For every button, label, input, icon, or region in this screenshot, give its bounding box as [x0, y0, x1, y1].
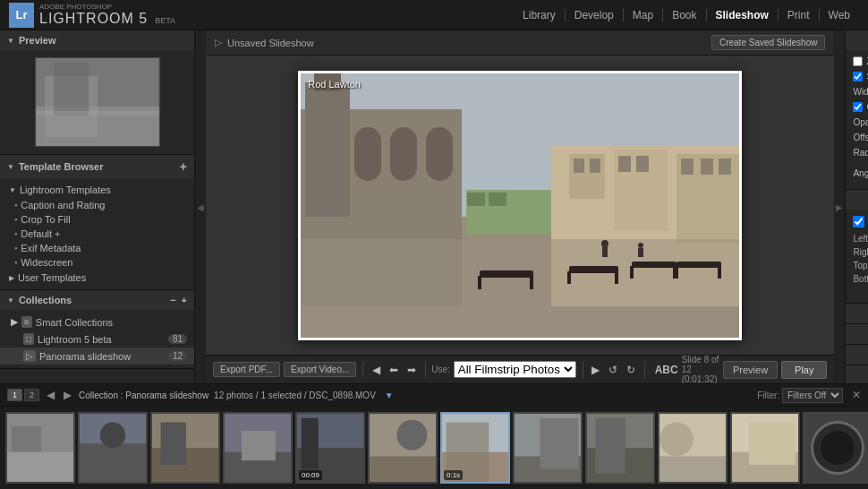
- film-thumb-10[interactable]: [658, 412, 728, 484]
- opacity-label: Opacity: [853, 117, 868, 127]
- options-header[interactable]: Options ▼: [846, 30, 868, 50]
- show-guides-label[interactable]: Show Guides: [853, 216, 868, 229]
- smart-collections-group[interactable]: ▶ ≡ Smart Collections: [0, 313, 194, 330]
- show-guides-row: Show Guides: [846, 213, 868, 232]
- stroke-border-label[interactable]: Stroke Border: [853, 72, 868, 82]
- filter-select[interactable]: Filters Off: [782, 388, 843, 403]
- template-default[interactable]: ▪ Default +: [0, 227, 194, 241]
- lr5-collection-count: 81: [168, 334, 187, 344]
- filmstrip-right-arrow[interactable]: ▶: [62, 389, 73, 401]
- cast-shadow-checkbox[interactable]: [853, 102, 863, 112]
- add-collection-btn[interactable]: +: [182, 295, 187, 305]
- template-caption-rating[interactable]: ▪ Caption and Rating: [0, 198, 194, 212]
- film-thumb-8[interactable]: [513, 412, 583, 484]
- filter-close-icon[interactable]: ✕: [852, 389, 861, 401]
- svg-rect-47: [467, 193, 485, 206]
- film-thumb-9[interactable]: [585, 412, 655, 484]
- slideshow-header: ▷ Unsaved Slideshow Create Saved Slidesh…: [206, 30, 834, 56]
- titles-header[interactable]: Titles ▶: [846, 345, 868, 365]
- stroke-width-row: Width 1 px: [846, 84, 868, 99]
- collections-header[interactable]: ▼ Collections − +: [0, 290, 194, 310]
- filmstrip-left-arrow[interactable]: ◀: [45, 389, 56, 401]
- nav-develop[interactable]: Develop: [566, 9, 624, 21]
- top-bar: Lr ADOBE PHOTOSHOP LIGHTROOM 5 BETA Libr…: [0, 0, 868, 30]
- filmstrip-page-1[interactable]: 1: [7, 389, 22, 401]
- play-icon[interactable]: ▶: [589, 362, 602, 378]
- nav-map[interactable]: Map: [624, 9, 663, 21]
- lr-templates-group[interactable]: ▼ Lightroom Templates: [0, 182, 194, 198]
- options-content: Zoom to Fill Frame Stroke Border Width 1: [846, 50, 868, 189]
- export-pdf-btn[interactable]: Export PDF...: [213, 362, 280, 377]
- film-thumb-11[interactable]: [730, 412, 800, 484]
- create-saved-slideshow-btn[interactable]: Create Saved Slideshow: [711, 35, 826, 50]
- template-icon-5: ▪: [14, 258, 17, 267]
- film-thumb-5[interactable]: 00:09: [295, 412, 365, 484]
- svg-rect-72: [540, 418, 578, 469]
- prev-arrow-icon[interactable]: ◀: [370, 362, 383, 378]
- export-video-btn[interactable]: Export Video...: [284, 362, 356, 377]
- film-thumb-6[interactable]: [368, 412, 438, 484]
- svg-rect-28: [530, 276, 533, 289]
- template-browser-header[interactable]: ▼ Template Browser +: [0, 155, 194, 178]
- zoom-fill-checkbox[interactable]: [853, 56, 863, 66]
- filmstrip-page-2[interactable]: 2: [24, 389, 39, 401]
- filename-dropdown-icon[interactable]: ▼: [385, 390, 394, 400]
- zoom-fill-row: Zoom to Fill Frame: [846, 54, 868, 69]
- filmstrip: 00:09 0:1s: [0, 407, 868, 489]
- rotate-right-icon[interactable]: ↻: [624, 362, 638, 378]
- template-widescreen[interactable]: ▪ Widescreen: [0, 255, 194, 270]
- options-section: Options ▼ Zoom to Fill Frame Stroke Bord…: [846, 30, 868, 190]
- filmstrip-count: 12 photos / 1 selected / DSC_0898.MOV: [214, 390, 376, 400]
- link-all-btn[interactable]: Link All: [846, 286, 868, 299]
- preview-btn[interactable]: Preview: [723, 361, 778, 379]
- preview-triangle: ▼: [7, 37, 14, 45]
- film-thumb-2[interactable]: [78, 412, 148, 484]
- svg-rect-4: [36, 111, 158, 116]
- show-guides-checkbox[interactable]: [853, 216, 864, 227]
- overlays-header[interactable]: Overlays ▶: [846, 304, 868, 323]
- slideshow-canvas: Rod Lawton: [206, 56, 834, 355]
- stroke-border-checkbox[interactable]: [853, 72, 863, 82]
- lr5-beta-collection[interactable]: □ Lightroom 5 beta 81: [0, 330, 194, 347]
- backdrop-header[interactable]: Backdrop ▶: [846, 324, 868, 344]
- template-icon-3: ▪: [14, 229, 17, 238]
- play-btn[interactable]: Play: [781, 361, 827, 379]
- preview-header[interactable]: ▼ Preview: [0, 30, 194, 50]
- fwd-icon[interactable]: ➡: [404, 362, 419, 378]
- svg-rect-3: [54, 63, 89, 116]
- film-thumb-3[interactable]: [150, 412, 220, 484]
- zoom-fill-label[interactable]: Zoom to Fill Frame: [853, 56, 868, 66]
- add-template-btn[interactable]: +: [180, 159, 187, 174]
- preview-label: Preview: [19, 35, 56, 46]
- center-toolbar: Export PDF... Export Video... ◀ ⬅ ➡ Use:…: [206, 355, 834, 383]
- cast-shadow-label[interactable]: Cast Shadow: [853, 102, 868, 112]
- playback-header[interactable]: Playback ▼: [846, 365, 868, 383]
- film-thumb-7[interactable]: 0:1s: [440, 412, 510, 484]
- layout-header[interactable]: Layout ▼: [846, 190, 868, 210]
- panorama-collection[interactable]: ▷ Panorama slideshow 12: [0, 347, 194, 365]
- template-exif[interactable]: ▪ Exif Metadata: [0, 241, 194, 255]
- template-list: ▼ Lightroom Templates ▪ Caption and Rati…: [0, 178, 194, 289]
- film-thumb-1[interactable]: [5, 412, 75, 484]
- svg-rect-60: [242, 431, 276, 460]
- nav-print[interactable]: Print: [779, 9, 820, 21]
- back-icon[interactable]: ⬅: [387, 362, 401, 378]
- user-templates-group[interactable]: ▶ User Templates: [0, 270, 194, 286]
- film-thumb-4[interactable]: [223, 412, 293, 484]
- nav-slideshow[interactable]: Slideshow: [707, 9, 779, 21]
- template-crop-fill[interactable]: ▪ Crop To Fill: [0, 212, 194, 227]
- rotate-left-icon[interactable]: ↺: [606, 362, 620, 378]
- film-thumb-12[interactable]: [803, 412, 868, 484]
- top-nav: Library Develop Map Book Slideshow Print…: [514, 9, 859, 21]
- preview-section: ▼ Preview: [0, 30, 194, 155]
- collections-triangle: ▼: [7, 296, 14, 305]
- nav-web[interactable]: Web: [820, 9, 859, 21]
- nav-book[interactable]: Book: [663, 9, 706, 21]
- nav-library[interactable]: Library: [514, 9, 566, 21]
- panorama-collection-count: 12: [168, 351, 187, 361]
- right-guide-row: Right 🔒 45 px: [846, 245, 868, 259]
- right-collapse-handle[interactable]: ▶: [834, 30, 845, 383]
- left-collapse-handle[interactable]: ◀: [195, 30, 206, 383]
- use-select[interactable]: All Filmstrip Photos: [454, 361, 576, 378]
- remove-collection-btn[interactable]: −: [170, 295, 175, 305]
